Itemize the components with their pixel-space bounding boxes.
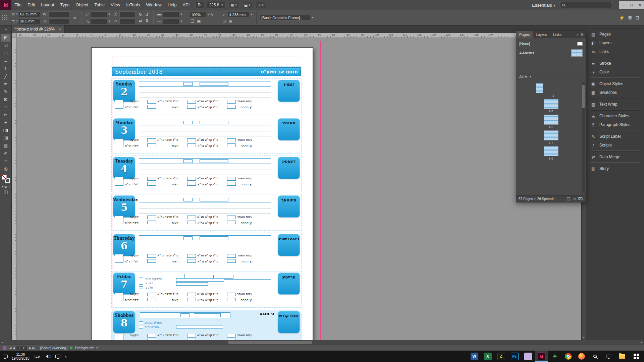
day-tab-english[interactable]: Thursday6 xyxy=(113,234,135,256)
day-tab-english[interactable]: Tuesday4 xyxy=(113,157,135,179)
fill-swatch[interactable] xyxy=(2,175,7,180)
field-box[interactable] xyxy=(115,100,123,109)
panel-button-script-label[interactable]: ✎Script Label xyxy=(586,132,644,141)
day-tab-yiddish[interactable]: זונטיג xyxy=(278,80,300,102)
day-tab-yiddish[interactable]: שבת קודש xyxy=(278,311,300,333)
calendar-header[interactable]: September 2018 מנחם אב תשע"ט xyxy=(112,67,301,76)
new-page-icon[interactable]: ⊞ xyxy=(573,197,576,201)
field-box[interactable] xyxy=(227,177,236,181)
taskbar-app-word[interactable]: W xyxy=(468,351,481,362)
panel-menu-icon[interactable]: ≣ xyxy=(581,33,584,37)
page-thumbnail-item[interactable]: 2-3 xyxy=(531,99,571,113)
wrap-icon[interactable]: ▣ xyxy=(196,19,202,23)
field-box[interactable] xyxy=(227,298,236,301)
tray-expand-icon[interactable]: ∧ xyxy=(64,355,67,358)
panel-button-scripts[interactable]: ƒScripts xyxy=(586,141,644,149)
calendar-row-wednesday[interactable]: Wednesday5מיטוואךשקיעהלילה דר"תסו"ז תפלה… xyxy=(112,195,301,230)
field-box[interactable] xyxy=(187,216,196,219)
gap-tool[interactable]: ↔ xyxy=(1,57,10,65)
panel-button-character-styles[interactable]: ACharacter Styles xyxy=(586,112,644,120)
start-button[interactable] xyxy=(629,351,644,362)
taskbar-app-explorer[interactable] xyxy=(615,351,629,362)
menu-intools[interactable]: InTools xyxy=(123,0,143,10)
page-tool[interactable]: ▢ xyxy=(1,49,10,57)
field-box[interactable] xyxy=(187,259,196,263)
field-box[interactable] xyxy=(147,143,156,147)
field-box[interactable] xyxy=(115,138,123,147)
field-box[interactable] xyxy=(227,254,236,258)
edit-page-size-icon[interactable]: ❏ xyxy=(567,197,570,201)
panel-group-grip[interactable] xyxy=(586,109,644,112)
field-box[interactable] xyxy=(227,100,236,104)
scroll-down-icon[interactable]: ▼ xyxy=(582,335,586,340)
inner-field-box[interactable] xyxy=(200,198,228,201)
rotate-90-ccw-icon[interactable]: ↺ xyxy=(144,12,150,17)
panel-group-grip[interactable] xyxy=(586,149,644,153)
gradient-feather-tool[interactable] xyxy=(1,134,10,142)
panel-button-stroke[interactable]: ≡Stroke xyxy=(586,59,644,68)
dock-icon[interactable]: ⊟ xyxy=(635,15,639,20)
field-box[interactable] xyxy=(139,321,143,324)
field-box[interactable] xyxy=(139,282,143,285)
calendar-row-friday[interactable]: Friday7פרייטיגהדלקת נרות:פלג א'פלג ב'שקי… xyxy=(112,272,301,307)
header-field-box[interactable] xyxy=(139,158,271,164)
field-box[interactable] xyxy=(187,143,196,147)
field-box[interactable] xyxy=(187,254,196,258)
scissors-tool[interactable]: ✂ xyxy=(1,111,10,119)
field-box[interactable] xyxy=(115,177,123,186)
taskbar-app-pc[interactable] xyxy=(602,351,615,362)
inner-field-box[interactable] xyxy=(200,82,228,86)
field-box[interactable] xyxy=(227,138,236,142)
header-field-box[interactable] xyxy=(139,81,271,87)
page-thumbnail-item[interactable]: 6-7 xyxy=(531,130,571,144)
field-box[interactable] xyxy=(187,105,196,109)
panel-button-layers[interactable]: ◧Layers xyxy=(586,39,644,47)
inner-field-box[interactable] xyxy=(183,198,193,201)
field-box[interactable] xyxy=(176,282,208,286)
direct-selection-tool[interactable]: ◁ xyxy=(1,42,10,49)
chevron-down-icon[interactable]: ▼ xyxy=(96,347,99,350)
field-box[interactable] xyxy=(227,221,236,224)
type-tool[interactable]: T xyxy=(1,65,10,72)
day-tab-yiddish[interactable]: דינסטיג xyxy=(278,157,300,179)
preflight-profile-label[interactable]: [Basic] (working) xyxy=(40,346,67,350)
panel-group-grip[interactable] xyxy=(586,129,644,132)
fill-stroke-proxy[interactable] xyxy=(2,175,10,183)
master-page-item[interactable]: A-Master xyxy=(516,48,586,58)
pages-panel-scrollbar[interactable] xyxy=(582,82,585,193)
day-tab-yiddish[interactable]: מאנטיג xyxy=(278,118,300,140)
pages-panel-tab-links[interactable]: Links xyxy=(550,31,565,38)
field-box[interactable] xyxy=(147,254,156,258)
field-box[interactable] xyxy=(147,259,156,263)
field-box[interactable] xyxy=(187,100,196,104)
calendar-row-tuesday[interactable]: Tuesday4דינסטיגשקיעהלילה דר"תסו"ז תפלה ג… xyxy=(112,156,301,191)
field-box[interactable] xyxy=(227,182,236,186)
pen-tool[interactable]: ✒ xyxy=(1,80,10,88)
scale-x-field[interactable] xyxy=(91,11,107,17)
menu-help[interactable]: Help xyxy=(165,0,180,10)
width-field[interactable] xyxy=(48,11,70,17)
menu-object[interactable]: Object xyxy=(73,0,92,10)
field-box[interactable] xyxy=(176,278,224,282)
panel-group-grip[interactable] xyxy=(586,97,644,100)
field-box[interactable] xyxy=(147,138,156,142)
panel-group-grip[interactable] xyxy=(586,56,644,59)
taskbar-app-notes[interactable] xyxy=(521,351,535,362)
inner-field-box[interactable] xyxy=(183,236,193,240)
field-box[interactable] xyxy=(147,293,156,296)
x-position-field[interactable]: 61.75 mm xyxy=(19,11,40,17)
field-box[interactable] xyxy=(227,143,236,147)
eyedropper-tool[interactable]: ✐ xyxy=(1,149,10,157)
calendar-row-shabbos[interactable]: Shabbos8שבת קודשכי תבואמוצ"ש גאוניםמוצ"ש… xyxy=(112,310,301,340)
rotation-field[interactable] xyxy=(119,11,136,17)
screen-mode-button[interactable]: ⬓▼ xyxy=(242,2,253,8)
field-box[interactable] xyxy=(139,326,143,328)
previous-page-button[interactable]: ◀ xyxy=(13,347,15,350)
panel-group-grip[interactable] xyxy=(586,161,644,164)
next-page-button[interactable]: ▶ xyxy=(29,347,31,350)
page-thumbnail-item[interactable]: 4-5 xyxy=(531,115,571,129)
page-thumbnail-item[interactable]: 8-9 xyxy=(531,146,571,160)
opacity-field[interactable]: 100% xyxy=(190,12,206,17)
field-box[interactable] xyxy=(139,278,143,280)
panel-button-color[interactable]: ◑Color xyxy=(586,68,644,76)
